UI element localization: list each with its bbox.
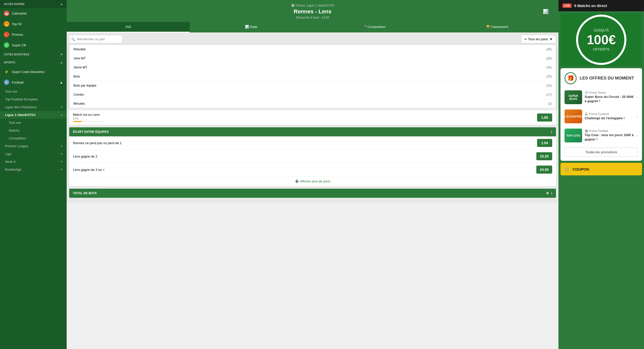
info-icon-ecart[interactable]: ℹ (551, 130, 552, 134)
chevron-right-icon: ▼ (60, 106, 63, 108)
dropdown-item-buts[interactable]: Buts (25) (69, 72, 556, 81)
football-chevron-up: ▲ (60, 81, 63, 84)
offer-text-1: 🚴 Promo Cyclisme Challenge de l'échappée… (585, 112, 634, 121)
arrow-icon-0: › (637, 95, 638, 100)
right-sidebar: LIVE 5 Matchs en direct JUSQU'À 100€ OFF… (558, 0, 644, 349)
chevron-right-bundesliga: ▼ (60, 168, 63, 171)
coupon-label: COUPON (573, 167, 589, 171)
gift-icon: 🎁 (565, 72, 577, 84)
sidebar-item-supercb[interactable]: ⚡ Super CB (0, 40, 67, 50)
sidebar-sub-ligue1[interactable]: Ligue 1 UberEATS® ▲ (0, 111, 67, 119)
acces-rapide-header[interactable]: ACCÈS RAPIDE ▲ (0, 0, 67, 8)
info-icon-total[interactable]: ℹ (551, 191, 552, 195)
live-text: 5 Matchs en direct (574, 4, 607, 8)
chevron-right-liga: ▼ (60, 152, 63, 155)
dropdown-item-2eme-mt[interactable]: 2ème MT (24) (69, 63, 556, 72)
sidebar-sub-bundesliga[interactable]: Bundesliga ▼ (0, 166, 67, 173)
promos-label: Promos (12, 33, 23, 36)
ecart-odds-btn-0[interactable]: 1.04 (537, 139, 552, 147)
ecart-odds-btn-1[interactable]: 10.20 (536, 152, 552, 160)
promos-icon: 🎁 (4, 32, 9, 37)
offer-thumb-football: TOP COTE (565, 129, 582, 142)
football-label: Football (12, 81, 23, 84)
sidebar-sub-liga[interactable]: Liga ▼ (0, 150, 67, 158)
dropdown-item-buts-equipe[interactable]: Buts par équipe (13) (69, 81, 556, 90)
live-bar[interactable]: LIVE 5 Matchs en direct (558, 0, 644, 11)
match-header: ⚽ France, Ligue 1 UberEATS® Rennes - Len… (67, 0, 558, 22)
dropdown-item-resultat[interactable]: Résultat (35) (69, 45, 556, 54)
ecart-header: ÉCART ENTRE ÉQUIPES ℹ (69, 127, 556, 136)
filter-dropdown-btn[interactable]: ≡ Tous les paris ▼ (521, 35, 556, 43)
offers-header: 🎁 LES OFFRES DU MOMENT (565, 72, 638, 84)
arrow-icon-1: › (637, 114, 638, 119)
tab-1n2[interactable]: 1N2 (67, 22, 190, 32)
content-area: 🔍 ≡ Tous les paris ▼ Résultat (35) 1ère … (67, 32, 558, 203)
chevron-right-seriea: ▼ (60, 160, 63, 163)
ecart-row-0: Rennes ne perd pas ou perd de 1 1.04 (69, 136, 556, 150)
filters-bar: 🔍 ≡ Tous les paris ▼ Résultat (35) 1ère … (69, 35, 556, 43)
offer-item-1[interactable]: L'ÉCHAPPÉE 🚴 Promo Cyclisme Challenge de… (565, 107, 638, 126)
cotes-boostees-label: COTES BOOSTÉES (4, 53, 29, 56)
stats-chart-icon[interactable]: 📊 (543, 9, 548, 14)
sidebar-item-football[interactable]: ⚽ Football ▲ (0, 77, 67, 88)
dropdown-item-1ere-mt[interactable]: 1ère MT (26) (69, 54, 556, 63)
double-label-2: Match nul ou Lens 17% (73, 113, 537, 122)
sidebar-item-promos[interactable]: 🎁 Promos (0, 29, 67, 40)
sidebar-sub-ligue1-tout[interactable]: Tout voir (0, 119, 67, 127)
promo-title: JUSQU'À (594, 28, 609, 32)
promo-amount: 100€ (587, 32, 616, 47)
sidebar-sub-top-football[interactable]: Top Football Européen (0, 95, 67, 103)
promo-banner[interactable]: JUSQU'À 100€ OFFERTS (560, 13, 642, 66)
sidebar-sub-serie-a[interactable]: Serie A ▼ (0, 158, 67, 166)
supercb-icon: ⚡ (4, 42, 9, 48)
left-sidebar: ACCÈS RAPIDE ▲ 📅 Calendrier 🔥 Top 50 🎁 P… (0, 0, 67, 349)
chevron-down-icon: ▼ (60, 53, 63, 56)
tabs-bar: 1N2 📊 Stats 🎤 Composition 🏆 Classement (67, 22, 558, 32)
filter-dropdown-overlay: Résultat (35) 1ère MT (26) 2ème MT (24) … (69, 45, 556, 108)
double-odds-btn-2[interactable]: 1.69 (537, 113, 552, 122)
sidebar-sub-premier-league[interactable]: Premier League ▼ (0, 142, 67, 150)
coupon-icon: 🛒 (565, 166, 570, 172)
all-promos-btn[interactable]: Toutes les promotions (565, 147, 638, 157)
ecart-odds-btn-2[interactable]: 24.50 (536, 166, 552, 174)
sidebar-item-super-cotes[interactable]: ⚡ Super Cotes Boostées (0, 66, 67, 77)
sidebar-item-top50[interactable]: 🔥 Top 50 (0, 19, 67, 29)
tab-stats[interactable]: 📊 Stats (190, 22, 313, 32)
double-bar-fill-2 (73, 121, 82, 122)
dropdown-item-minutes[interactable]: Minutes (2) (69, 99, 556, 108)
acces-rapide-label: ACCÈS RAPIDE (4, 3, 25, 6)
offers-section: 🎁 LES OFFRES DU MOMENT SUPER BOSS 🎾 Prom… (560, 68, 642, 161)
cotes-boostees-header[interactable]: COTES BOOSTÉES ▼ (0, 50, 67, 58)
top50-icon: 🔥 (4, 21, 9, 27)
top50-label: Top 50 (12, 22, 22, 26)
league-label: ⚽ France, Ligue 1 UberEATS® (72, 4, 553, 7)
chevron-up-ligue1: ▲ (60, 113, 63, 116)
boost-icon: ⚡ (4, 69, 9, 74)
dropdown-item-combo[interactable]: Combo (17) (69, 90, 556, 99)
offer-item-2[interactable]: TOP COTE ⚽ Promo Football Top Cote : tou… (565, 126, 638, 145)
sidebar-sub-ligue1-matchs[interactable]: Matchs (0, 127, 67, 134)
double-row-2: Match nul ou Lens 17% 1.69 (69, 110, 556, 125)
coupon-bar[interactable]: 🛒 COUPON (560, 163, 642, 175)
settings-icon-total[interactable]: ⚙ (546, 191, 549, 195)
show-more-btn[interactable]: ➕ Afficher plus de paris (69, 176, 556, 186)
sidebar-sub-tout-voir[interactable]: Tout voir (0, 88, 67, 95)
sports-header[interactable]: SPORTS ▲ (0, 58, 67, 66)
offer-text-2: ⚽ Promo Football Top Cote : tous les jou… (585, 129, 634, 142)
sidebar-sub-champions[interactable]: Ligue des Champions ▼ (0, 103, 67, 111)
tab-classement[interactable]: 🏆 Classement (435, 22, 558, 32)
promo-sub: OFFERTS (593, 47, 609, 51)
filter-caret: ▼ (549, 37, 553, 41)
chevron-right-premier: ▼ (60, 145, 63, 147)
sidebar-sub-ligue1-competition[interactable]: Compétition (0, 134, 67, 142)
supercb-label: Super CB (12, 43, 26, 47)
offer-item-0[interactable]: SUPER BOSS 🎾 Promo Tennis Super Boss du … (565, 88, 638, 107)
match-date: Dimanche 8 Août - 13:00 (72, 16, 553, 19)
super-cotes-label: Super Cotes Boostées (12, 70, 45, 74)
offers-title: LES OFFRES DU MOMENT (580, 76, 634, 81)
search-input[interactable] (69, 35, 123, 43)
tab-composition[interactable]: 🎤 Composition (313, 22, 436, 32)
sidebar-item-calendrier[interactable]: 📅 Calendrier (0, 8, 67, 19)
football-icon: ⚽ (4, 80, 9, 85)
chevron-up-icon-sports: ▲ (60, 61, 63, 64)
